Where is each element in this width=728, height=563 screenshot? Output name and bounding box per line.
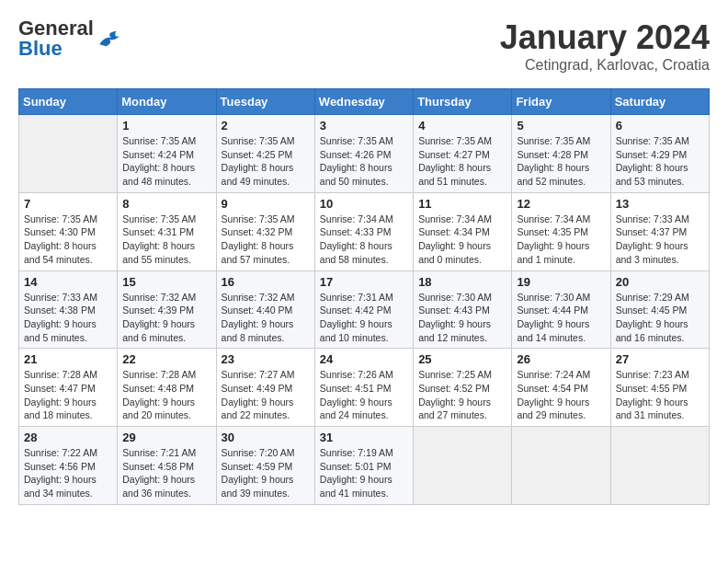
- day-info: Sunrise: 7:35 AMSunset: 4:29 PMDaylight:…: [616, 134, 704, 189]
- calendar-cell: 30Sunrise: 7:20 AMSunset: 4:59 PMDayligh…: [216, 427, 314, 505]
- calendar-week-row: 14Sunrise: 7:33 AMSunset: 4:38 PMDayligh…: [19, 270, 710, 349]
- calendar-cell: 29Sunrise: 7:21 AMSunset: 4:58 PMDayligh…: [118, 427, 216, 505]
- weekday-header-saturday: Saturday: [610, 89, 709, 115]
- month-title: January 2024: [500, 18, 710, 57]
- calendar-cell: 26Sunrise: 7:24 AMSunset: 4:54 PMDayligh…: [512, 349, 610, 427]
- day-info: Sunrise: 7:35 AMSunset: 4:26 PMDaylight:…: [320, 134, 408, 189]
- day-info: Sunrise: 7:35 AMSunset: 4:24 PMDaylight:…: [122, 134, 210, 189]
- day-number: 9: [222, 197, 310, 211]
- day-info: Sunrise: 7:26 AMSunset: 4:51 PMDaylight:…: [320, 368, 408, 422]
- day-number: 17: [320, 275, 408, 289]
- calendar-week-row: 21Sunrise: 7:28 AMSunset: 4:47 PMDayligh…: [19, 349, 710, 427]
- calendar-cell: 18Sunrise: 7:30 AMSunset: 4:43 PMDayligh…: [414, 270, 512, 349]
- calendar-cell: 9Sunrise: 7:35 AMSunset: 4:32 PMDaylight…: [216, 192, 314, 270]
- calendar-cell: 12Sunrise: 7:34 AMSunset: 4:35 PMDayligh…: [512, 192, 610, 270]
- day-info: Sunrise: 7:27 AMSunset: 4:49 PMDaylight:…: [222, 368, 310, 422]
- day-number: 12: [517, 197, 605, 211]
- day-info: Sunrise: 7:20 AMSunset: 4:59 PMDaylight:…: [222, 446, 310, 500]
- calendar-cell: 6Sunrise: 7:35 AMSunset: 4:29 PMDaylight…: [610, 115, 709, 193]
- day-number: 4: [418, 119, 506, 132]
- day-number: 5: [517, 119, 605, 132]
- day-number: 7: [24, 197, 112, 211]
- day-info: Sunrise: 7:35 AMSunset: 4:27 PMDaylight:…: [418, 134, 506, 189]
- calendar-cell: 10Sunrise: 7:34 AMSunset: 4:33 PMDayligh…: [314, 192, 413, 270]
- day-info: Sunrise: 7:33 AMSunset: 4:38 PMDaylight:…: [24, 291, 112, 345]
- day-number: 3: [320, 119, 408, 132]
- day-info: Sunrise: 7:32 AMSunset: 4:40 PMDaylight:…: [222, 291, 310, 345]
- day-info: Sunrise: 7:34 AMSunset: 4:35 PMDaylight:…: [517, 213, 605, 267]
- weekday-header-thursday: Thursday: [414, 89, 512, 115]
- day-number: 27: [616, 352, 704, 366]
- day-number: 8: [122, 197, 210, 211]
- day-number: 30: [222, 431, 310, 444]
- calendar-cell: 31Sunrise: 7:19 AMSunset: 5:01 PMDayligh…: [314, 427, 413, 505]
- calendar-week-row: 28Sunrise: 7:22 AMSunset: 4:56 PMDayligh…: [19, 427, 710, 505]
- day-info: Sunrise: 7:28 AMSunset: 4:47 PMDaylight:…: [24, 368, 112, 422]
- day-info: Sunrise: 7:35 AMSunset: 4:28 PMDaylight:…: [517, 134, 605, 189]
- logo-bird-icon: [97, 29, 123, 48]
- day-info: Sunrise: 7:19 AMSunset: 5:01 PMDaylight:…: [320, 446, 408, 500]
- weekday-header-monday: Monday: [118, 89, 216, 115]
- calendar-cell: 7Sunrise: 7:35 AMSunset: 4:30 PMDaylight…: [19, 192, 118, 270]
- calendar-cell: 23Sunrise: 7:27 AMSunset: 4:49 PMDayligh…: [216, 349, 314, 427]
- day-info: Sunrise: 7:35 AMSunset: 4:32 PMDaylight:…: [222, 213, 310, 267]
- day-info: Sunrise: 7:30 AMSunset: 4:44 PMDaylight:…: [517, 291, 605, 345]
- day-info: Sunrise: 7:34 AMSunset: 4:33 PMDaylight:…: [320, 213, 408, 267]
- day-info: Sunrise: 7:28 AMSunset: 4:48 PMDaylight:…: [122, 368, 210, 422]
- day-number: 24: [320, 352, 408, 366]
- day-number: 23: [222, 352, 310, 366]
- weekday-header-sunday: Sunday: [19, 89, 118, 115]
- day-number: 1: [122, 119, 210, 132]
- weekday-header-tuesday: Tuesday: [216, 89, 314, 115]
- calendar-cell: 8Sunrise: 7:35 AMSunset: 4:31 PMDaylight…: [118, 192, 216, 270]
- day-info: Sunrise: 7:29 AMSunset: 4:45 PMDaylight:…: [616, 291, 704, 345]
- logo: General Blue: [18, 18, 123, 59]
- day-info: Sunrise: 7:35 AMSunset: 4:25 PMDaylight:…: [222, 134, 310, 189]
- page-header: General Blue January 2024 Cetingrad, Kar…: [18, 18, 710, 74]
- calendar-cell: 20Sunrise: 7:29 AMSunset: 4:45 PMDayligh…: [610, 270, 709, 349]
- day-info: Sunrise: 7:25 AMSunset: 4:52 PMDaylight:…: [418, 368, 506, 422]
- calendar-cell: [610, 427, 709, 505]
- day-number: 25: [418, 352, 506, 366]
- location-title: Cetingrad, Karlovac, Croatia: [500, 57, 710, 74]
- calendar-cell: 19Sunrise: 7:30 AMSunset: 4:44 PMDayligh…: [512, 270, 610, 349]
- calendar-cell: 11Sunrise: 7:34 AMSunset: 4:34 PMDayligh…: [414, 192, 512, 270]
- calendar-cell: [512, 427, 610, 505]
- logo-blue-text: Blue: [18, 37, 63, 60]
- day-number: 19: [517, 275, 605, 289]
- day-info: Sunrise: 7:35 AMSunset: 4:30 PMDaylight:…: [24, 213, 112, 267]
- calendar-cell: 27Sunrise: 7:23 AMSunset: 4:55 PMDayligh…: [610, 349, 709, 427]
- calendar-cell: 21Sunrise: 7:28 AMSunset: 4:47 PMDayligh…: [19, 349, 118, 427]
- weekday-header-friday: Friday: [512, 89, 610, 115]
- calendar-cell: 28Sunrise: 7:22 AMSunset: 4:56 PMDayligh…: [19, 427, 118, 505]
- day-number: 11: [418, 197, 506, 211]
- calendar-cell: 17Sunrise: 7:31 AMSunset: 4:42 PMDayligh…: [314, 270, 413, 349]
- calendar-week-row: 1Sunrise: 7:35 AMSunset: 4:24 PMDaylight…: [19, 115, 710, 193]
- calendar-cell: 3Sunrise: 7:35 AMSunset: 4:26 PMDaylight…: [314, 115, 413, 193]
- weekday-header-wednesday: Wednesday: [314, 89, 413, 115]
- day-number: 10: [320, 197, 408, 211]
- day-number: 15: [122, 275, 210, 289]
- day-number: 26: [517, 352, 605, 366]
- calendar-cell: 25Sunrise: 7:25 AMSunset: 4:52 PMDayligh…: [414, 349, 512, 427]
- day-number: 22: [122, 352, 210, 366]
- day-info: Sunrise: 7:30 AMSunset: 4:43 PMDaylight:…: [418, 291, 506, 345]
- calendar-cell: 4Sunrise: 7:35 AMSunset: 4:27 PMDaylight…: [414, 115, 512, 193]
- day-number: 21: [24, 352, 112, 366]
- day-info: Sunrise: 7:32 AMSunset: 4:39 PMDaylight:…: [122, 291, 210, 345]
- day-number: 13: [616, 197, 704, 211]
- day-info: Sunrise: 7:33 AMSunset: 4:37 PMDaylight:…: [616, 213, 704, 267]
- calendar-cell: 22Sunrise: 7:28 AMSunset: 4:48 PMDayligh…: [118, 349, 216, 427]
- day-info: Sunrise: 7:22 AMSunset: 4:56 PMDaylight:…: [24, 446, 112, 500]
- day-info: Sunrise: 7:21 AMSunset: 4:58 PMDaylight:…: [122, 446, 210, 500]
- calendar-cell: [414, 427, 512, 505]
- calendar-cell: 5Sunrise: 7:35 AMSunset: 4:28 PMDaylight…: [512, 115, 610, 193]
- day-number: 31: [320, 431, 408, 444]
- day-number: 29: [122, 431, 210, 444]
- calendar-cell: 15Sunrise: 7:32 AMSunset: 4:39 PMDayligh…: [118, 270, 216, 349]
- day-info: Sunrise: 7:23 AMSunset: 4:55 PMDaylight:…: [616, 368, 704, 422]
- calendar-cell: 13Sunrise: 7:33 AMSunset: 4:37 PMDayligh…: [610, 192, 709, 270]
- calendar-table: SundayMondayTuesdayWednesdayThursdayFrid…: [18, 88, 710, 505]
- day-number: 28: [24, 431, 112, 444]
- day-number: 6: [616, 119, 704, 132]
